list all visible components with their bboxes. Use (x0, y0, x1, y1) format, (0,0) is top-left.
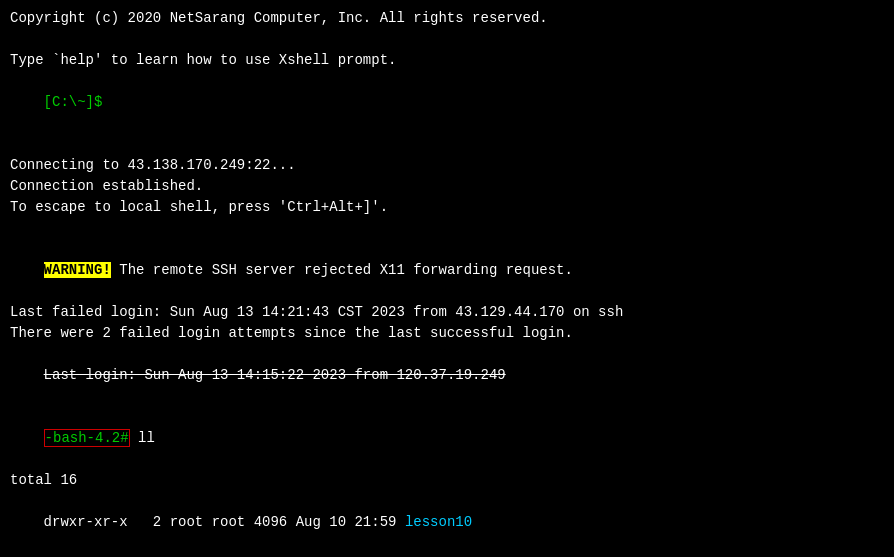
command-ll-1: ll (130, 430, 155, 446)
local-prompt-line[interactable]: [C:\~]$ (10, 71, 884, 134)
last-login-line: Last login: Sun Aug 13 14:15:22 2023 fro… (10, 344, 884, 407)
warning-label: WARNING! (44, 262, 111, 278)
connection-established-line: Connection established. (10, 176, 884, 197)
dir-lesson10-perm: drwxr-xr-x (44, 514, 128, 530)
prompt-ll-line[interactable]: -bash-4.2# ll (10, 407, 884, 470)
failed-attempts-line: There were 2 failed login attempts since… (10, 323, 884, 344)
last-failed-line: Last failed login: Sun Aug 13 14:21:43 C… (10, 302, 884, 323)
warning-text: The remote SSH server rejected X11 forwa… (111, 262, 573, 278)
copyright-line: Copyright (c) 2020 NetSarang Computer, I… (10, 8, 884, 29)
blank-line-1 (10, 29, 884, 50)
terminal-window: Copyright (c) 2020 NetSarang Computer, I… (0, 0, 894, 557)
escape-line: To escape to local shell, press 'Ctrl+Al… (10, 197, 884, 218)
dir-lesson10-name: lesson10 (405, 514, 472, 530)
last-login-text: Last login: Sun Aug 13 14:15:22 2023 fro… (44, 367, 506, 383)
blank-line-3 (10, 218, 884, 239)
total-16-line: total 16 (10, 470, 884, 491)
blank-line-2 (10, 134, 884, 155)
connecting-line: Connecting to 43.138.170.249:22... (10, 155, 884, 176)
local-prompt: [C:\~]$ (44, 94, 103, 110)
warning-line: WARNING! The remote SSH server rejected … (10, 239, 884, 302)
bash-prompt-1: -bash-4.2# (44, 429, 130, 447)
dir-lesson10-rest: 2 root root 4096 Aug 10 21:59 (128, 514, 405, 530)
dir-lesson10-line: drwxr-xr-x 2 root root 4096 Aug 10 21:59… (10, 491, 884, 554)
help-line: Type `help' to learn how to use Xshell p… (10, 50, 884, 71)
